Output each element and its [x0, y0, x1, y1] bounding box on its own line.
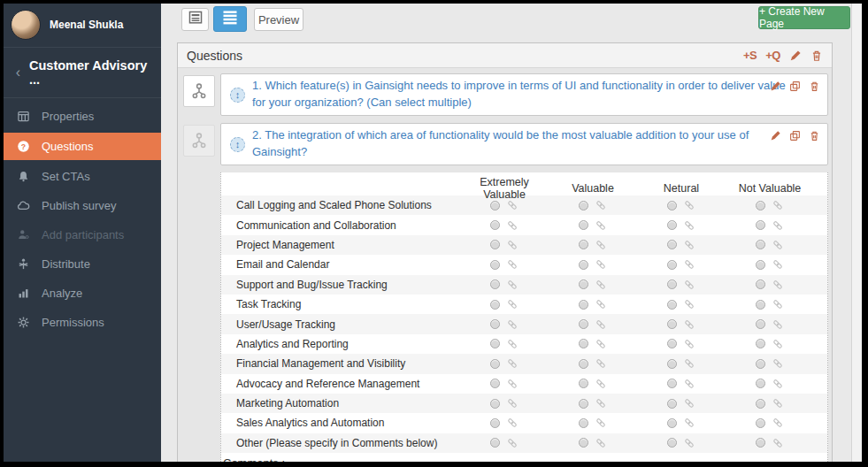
- pencil-icon[interactable]: [770, 130, 781, 142]
- radio-button[interactable]: [579, 300, 588, 310]
- branch-link-icon[interactable]: [595, 199, 607, 211]
- branch-link-icon[interactable]: [595, 378, 607, 390]
- radio-button[interactable]: [756, 220, 765, 230]
- radio-button[interactable]: [490, 260, 500, 270]
- pencil-icon[interactable]: [770, 80, 781, 92]
- radio-button[interactable]: [667, 379, 677, 388]
- branch-link-icon[interactable]: [772, 437, 784, 449]
- add-section-button[interactable]: +S: [743, 49, 757, 62]
- branch-link-icon[interactable]: [683, 338, 695, 350]
- branch-link-icon[interactable]: [683, 417, 695, 429]
- sidebar-item-permissions[interactable]: Permissions: [4, 308, 161, 337]
- copy-icon[interactable]: [789, 80, 801, 92]
- branch-link-icon[interactable]: [595, 318, 607, 331]
- branch-link-icon[interactable]: [772, 219, 784, 232]
- sidebar-item-distribute[interactable]: Distribute: [4, 249, 161, 279]
- branch-link-icon[interactable]: [506, 397, 518, 410]
- branch-link-icon[interactable]: [683, 298, 695, 310]
- branch-link-icon[interactable]: [595, 219, 607, 232]
- branch-link-icon[interactable]: [772, 258, 784, 271]
- branch-link-icon[interactable]: [683, 258, 695, 271]
- radio-button[interactable]: [667, 438, 677, 448]
- radio-button[interactable]: [490, 438, 500, 448]
- branch-link-icon[interactable]: [772, 338, 784, 350]
- radio-button[interactable]: [490, 359, 500, 369]
- radio-button[interactable]: [490, 300, 500, 310]
- radio-button[interactable]: [667, 240, 677, 249]
- radio-button[interactable]: [756, 359, 765, 369]
- radio-button[interactable]: [579, 260, 588, 270]
- question-2[interactable]: ↕ 2. The integration of which area of fu…: [220, 123, 828, 165]
- radio-button[interactable]: [756, 339, 765, 348]
- branch-link-icon[interactable]: [683, 357, 695, 370]
- radio-button[interactable]: [667, 260, 677, 270]
- radio-button[interactable]: [667, 359, 677, 369]
- branch-link-icon[interactable]: [506, 239, 518, 251]
- branch-link-icon[interactable]: [772, 298, 784, 310]
- branch-link-icon[interactable]: [595, 279, 607, 291]
- radio-button[interactable]: [579, 339, 588, 348]
- branch-link-icon[interactable]: [506, 437, 518, 449]
- radio-button[interactable]: [579, 359, 588, 369]
- move-question-icon[interactable]: ↕: [230, 137, 245, 152]
- radio-button[interactable]: [579, 379, 588, 388]
- radio-button[interactable]: [667, 201, 677, 211]
- branch-link-icon[interactable]: [595, 417, 607, 429]
- radio-button[interactable]: [490, 201, 500, 211]
- branch-link-icon[interactable]: [506, 378, 518, 390]
- sidebar-item-properties[interactable]: Properties: [4, 102, 161, 131]
- radio-button[interactable]: [756, 279, 765, 289]
- branch-link-icon[interactable]: [506, 258, 518, 271]
- radio-button[interactable]: [756, 438, 765, 448]
- radio-button[interactable]: [667, 319, 677, 329]
- branch-link-icon[interactable]: [506, 279, 518, 291]
- branch-link-icon[interactable]: [683, 318, 695, 331]
- radio-button[interactable]: [756, 240, 765, 249]
- radio-button[interactable]: [490, 240, 500, 249]
- branch-link-icon[interactable]: [506, 417, 518, 429]
- scrollbar-track[interactable]: [851, 4, 862, 462]
- radio-button[interactable]: [579, 220, 588, 230]
- radio-button[interactable]: [579, 418, 588, 428]
- branch-link-icon[interactable]: [595, 338, 607, 350]
- branch-link-icon[interactable]: [772, 199, 784, 211]
- trash-icon[interactable]: [810, 50, 823, 62]
- radio-button[interactable]: [490, 399, 500, 409]
- branch-link-icon[interactable]: [506, 338, 518, 350]
- user-avatar[interactable]: [11, 10, 41, 40]
- branch-link-icon[interactable]: [683, 437, 695, 449]
- radio-button[interactable]: [579, 399, 588, 409]
- branch-link-icon[interactable]: [683, 199, 695, 211]
- branch-link-icon[interactable]: [772, 417, 784, 429]
- branch-link-icon[interactable]: [772, 397, 784, 410]
- radio-button[interactable]: [756, 260, 765, 270]
- radio-button[interactable]: [579, 201, 588, 211]
- radio-button[interactable]: [756, 379, 765, 388]
- radio-button[interactable]: [490, 379, 500, 388]
- preview-button[interactable]: Preview: [254, 8, 303, 31]
- list-view-button[interactable]: [213, 6, 247, 32]
- radio-button[interactable]: [756, 300, 765, 310]
- branch-link-icon[interactable]: [772, 279, 784, 291]
- radio-button[interactable]: [579, 240, 588, 249]
- radio-button[interactable]: [490, 418, 500, 428]
- branch-link-icon[interactable]: [683, 239, 695, 251]
- card-view-button[interactable]: [181, 8, 209, 31]
- radio-button[interactable]: [490, 279, 500, 289]
- branch-link-icon[interactable]: [772, 378, 784, 390]
- radio-button[interactable]: [579, 279, 588, 289]
- radio-button[interactable]: [667, 279, 677, 289]
- radio-button[interactable]: [756, 319, 765, 329]
- radio-button[interactable]: [579, 319, 588, 329]
- question-1[interactable]: ↕ 1. Which feature(s) in Gainsight needs…: [220, 73, 828, 116]
- sidebar-item-set-ctas[interactable]: Set CTAs: [4, 162, 161, 191]
- branch-link-icon[interactable]: [772, 357, 784, 370]
- sidebar-item-publish-survey[interactable]: Publish survey: [4, 191, 161, 220]
- branch-link-icon[interactable]: [506, 357, 518, 370]
- create-new-page-button[interactable]: + Create New Page: [758, 6, 850, 29]
- sidebar-item-analyze[interactable]: Analyze: [4, 279, 161, 308]
- radio-button[interactable]: [667, 220, 677, 230]
- branch-link-icon[interactable]: [595, 298, 607, 310]
- branch-link-icon[interactable]: [595, 437, 607, 449]
- radio-button[interactable]: [667, 418, 677, 428]
